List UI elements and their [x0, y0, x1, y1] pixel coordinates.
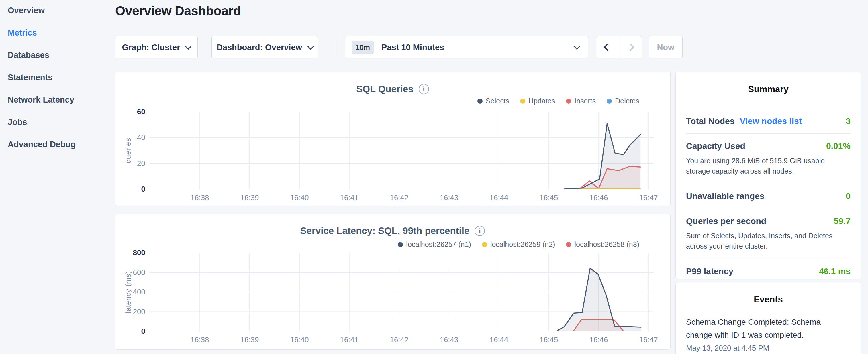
summary-row-label: Total Nodes [686, 116, 735, 126]
summary-row-label: Unavailable ranges [686, 191, 764, 201]
sidebar-nav: OverviewMetricsDatabasesStatementsNetwor… [8, 0, 111, 156]
x-axis-tick: 16:38 [183, 193, 217, 202]
x-axis-tick: 16:46 [582, 335, 616, 344]
legend-dot-icon [520, 99, 525, 104]
legend-label: localhost:26258 (n3) [574, 240, 639, 249]
legend-item[interactable]: localhost:26259 (n2) [482, 240, 555, 249]
sql-queries-chart-card: SQL Queries i SelectsUpdatesInsertsDelet… [115, 72, 671, 206]
summary-row: Unavailable ranges0 [686, 184, 850, 208]
summary-row-label: Queries per second [686, 216, 766, 226]
legend-dot-icon [566, 242, 571, 247]
legend-label: localhost:26257 (n1) [406, 240, 471, 249]
service-latency-chart-card: Service Latency: SQL, 99th percentile i … [115, 214, 671, 350]
info-icon[interactable]: i [419, 84, 429, 94]
legend-label: Updates [528, 97, 555, 105]
admin-ui-page: OverviewMetricsDatabasesStatementsNetwor… [0, 0, 868, 354]
event-text: Schema Change Completed: Schema change w… [686, 316, 831, 342]
x-axis-tick: 16:42 [382, 335, 416, 344]
chevron-left-icon [603, 43, 612, 51]
time-range-selector[interactable]: 10m Past 10 Minutes [345, 36, 588, 58]
graph-scope-dropdown[interactable]: Graph: Cluster [115, 36, 198, 58]
summary-row-head: Total NodesView nodes list3 [686, 116, 850, 126]
x-axis-tick: 16:44 [482, 193, 516, 202]
x-axis-tick: 16:43 [432, 335, 466, 344]
dashboard-dropdown[interactable]: Dashboard: Overview [212, 36, 318, 58]
summary-panel: Summary Total NodesView nodes list3Capac… [676, 72, 861, 279]
legend-dot-icon [482, 242, 487, 247]
now-button-label: Now [657, 43, 674, 52]
y-axis-tick: 60 [115, 107, 145, 116]
summary-rows: Total NodesView nodes list3Capacity Used… [686, 109, 850, 284]
summary-row-value: 46.1 ms [819, 266, 850, 276]
time-range-label: Past 10 Minutes [381, 43, 444, 52]
summary-row-subtext: Sum of Selects, Updates, Inserts, and De… [686, 231, 850, 251]
x-axis-tick: 16:47 [631, 193, 666, 202]
time-forward-button[interactable] [619, 36, 642, 58]
summary-row-value: 0.01% [826, 141, 850, 151]
legend-dot-icon [566, 99, 571, 104]
summary-title: Summary [676, 84, 861, 95]
legend-item[interactable]: localhost:26258 (n3) [566, 240, 639, 249]
sidebar-item-network-latency[interactable]: Network Latency [8, 89, 74, 111]
summary-row: Queries per second59.7Sum of Selects, Up… [686, 208, 850, 259]
chart-plot-area[interactable] [149, 253, 654, 331]
event-timestamp: May 13, 2020 at 4:45 PM [686, 344, 850, 353]
x-axis-tick: 16:46 [582, 193, 616, 202]
legend-label: Inserts [574, 97, 596, 105]
legend-dot-icon [607, 99, 612, 104]
x-axis-tick: 16:44 [482, 335, 516, 344]
legend-label: Deletes [615, 97, 639, 105]
chart-legend: SelectsUpdatesInsertsDeletes [477, 97, 639, 105]
summary-row-link[interactable]: View nodes list [740, 116, 802, 126]
x-axis-tick: 16:45 [532, 335, 566, 344]
legend-label: localhost:26259 (n2) [490, 240, 555, 249]
y-axis-label: latency (ms) [124, 271, 133, 313]
legend-item[interactable]: Updates [520, 97, 555, 105]
sidebar-item-statements[interactable]: Statements [8, 66, 53, 89]
summary-row-subtext: You are using 28.6 MiB of 515.9 GiB usab… [686, 156, 850, 176]
sidebar-item-databases[interactable]: Databases [8, 44, 49, 66]
now-button[interactable]: Now [649, 36, 683, 58]
chart-title: SQL Queries [356, 84, 413, 95]
x-axis-tick: 16:40 [282, 335, 317, 344]
chevron-down-icon [185, 43, 191, 50]
sidebar-item-metrics[interactable]: Metrics [8, 22, 37, 44]
events-title: Events [676, 294, 861, 305]
summary-row: P99 latency46.1 ms [686, 259, 850, 284]
event-item[interactable]: Schema Change Completed: Schema change w… [686, 316, 850, 353]
sidebar-item-advanced-debug[interactable]: Advanced Debug [8, 133, 76, 156]
summary-row-label: Capacity Used [686, 141, 745, 151]
legend-dot-icon [477, 99, 483, 104]
chevron-down-icon [574, 43, 580, 50]
summary-row-head: Capacity Used0.01% [686, 141, 850, 151]
y-axis-tick: 0 [115, 327, 145, 336]
chart-plot-area[interactable] [149, 112, 654, 189]
summary-row: Capacity Used0.01%You are using 28.6 MiB… [686, 133, 850, 184]
chevron-down-icon [308, 43, 314, 50]
x-axis-tick: 16:45 [532, 193, 566, 202]
legend-dot-icon [398, 242, 403, 247]
legend-item[interactable]: Inserts [566, 97, 596, 105]
x-axis-tick: 16:41 [332, 193, 367, 202]
x-axis-tick: 16:47 [631, 335, 666, 344]
legend-item[interactable]: Deletes [607, 97, 639, 105]
legend-item[interactable]: localhost:26257 (n1) [398, 240, 471, 249]
x-axis-tick: 16:39 [232, 335, 267, 344]
time-back-button[interactable] [596, 36, 619, 58]
summary-row-value: 3 [846, 116, 850, 126]
time-range-badge: 10m [351, 41, 374, 54]
dashboard-dropdown-label: Dashboard: Overview [217, 43, 302, 52]
page-title: Overview Dashboard [115, 3, 241, 18]
controls-divider [336, 37, 336, 58]
graph-scope-dropdown-label: Graph: Cluster [122, 43, 180, 52]
summary-row-value: 0 [846, 191, 850, 201]
sidebar-item-jobs[interactable]: Jobs [8, 111, 27, 133]
sidebar-item-overview[interactable]: Overview [8, 0, 45, 22]
events-list: Schema Change Completed: Schema change w… [686, 316, 850, 353]
legend-label: Selects [486, 97, 509, 105]
legend-item[interactable]: Selects [477, 97, 509, 105]
summary-row-head: Queries per second59.7 [686, 216, 850, 226]
summary-row-head: Unavailable ranges0 [686, 191, 850, 201]
x-axis-tick: 16:43 [432, 193, 466, 202]
info-icon[interactable]: i [474, 226, 485, 236]
